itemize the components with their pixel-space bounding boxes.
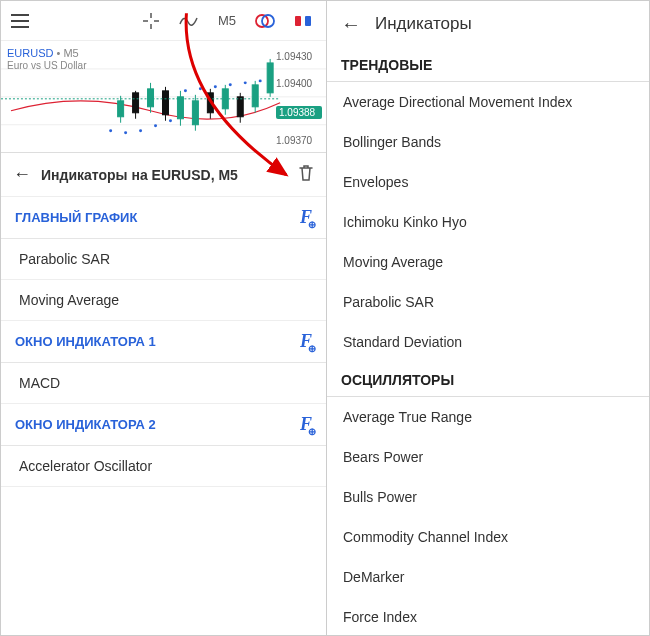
indicator-item[interactable]: Parabolic SAR [1, 239, 326, 280]
svg-point-12 [124, 131, 127, 134]
svg-rect-41 [252, 85, 258, 107]
svg-point-20 [244, 81, 247, 84]
svg-point-11 [109, 129, 112, 132]
indicator-list-header: ← Индикаторы [327, 1, 649, 47]
timeframe-button[interactable]: M5 [210, 4, 244, 38]
price-scale: 1.09430 1.09400 1.09388 1.09370 [276, 51, 322, 146]
add-indicator-icon[interactable]: f⊕ [300, 414, 312, 435]
indicator-section-header: ОКНО ИНДИКАТОРА 1f⊕ [1, 321, 326, 363]
left-panel: M5 [1, 1, 327, 635]
indicator-option[interactable]: Average Directional Movement Index [327, 82, 649, 122]
trash-icon[interactable] [298, 164, 314, 185]
indicator-list-title: Индикаторы [375, 14, 472, 34]
price-tick: 1.09430 [276, 51, 322, 62]
right-panel: ← Индикаторы ТРЕНДОВЫЕAverage Directiona… [327, 1, 649, 635]
svg-point-18 [214, 85, 217, 88]
add-indicator-icon[interactable]: f⊕ [300, 207, 312, 228]
indicator-item[interactable]: Accelerator Oscillator [1, 446, 326, 487]
indicator-item[interactable]: Moving Average [1, 280, 326, 321]
svg-point-16 [184, 89, 187, 92]
indicator-option[interactable]: Standard Deviation [327, 322, 649, 362]
add-indicator-icon[interactable]: f⊕ [300, 331, 312, 352]
menu-icon[interactable] [11, 14, 29, 28]
category-header: ТРЕНДОВЫЕ [327, 47, 649, 82]
svg-point-19 [229, 83, 232, 86]
svg-rect-35 [207, 93, 213, 113]
back-icon[interactable]: ← [341, 13, 361, 36]
indicator-option[interactable]: Average True Range [327, 397, 649, 437]
indicator-option[interactable]: Commodity Channel Index [327, 517, 649, 557]
svg-rect-25 [133, 93, 139, 113]
indicators-header: ← Индикаторы на EURUSD, M5 [1, 153, 326, 197]
indicator-item[interactable]: MACD [1, 363, 326, 404]
svg-rect-7 [305, 16, 311, 26]
symbol-tf: • M5 [57, 47, 79, 59]
indicator-section-header: ОКНО ИНДИКАТОРА 2f⊕ [1, 404, 326, 446]
trade-icon[interactable] [286, 4, 320, 38]
indicator-option[interactable]: Envelopes [327, 162, 649, 202]
circles-icon[interactable] [248, 4, 282, 38]
indicator-option[interactable]: Bears Power [327, 437, 649, 477]
crosshair-icon[interactable] [134, 4, 168, 38]
indicators-title: Индикаторы на EURUSD, M5 [41, 167, 238, 183]
indicator-option[interactable]: Parabolic SAR [327, 282, 649, 322]
svg-rect-6 [295, 16, 301, 26]
svg-point-17 [199, 87, 202, 90]
chart-area[interactable]: EURUSD • M5 Euro vs US Dollar 1.09430 1.… [1, 41, 326, 153]
svg-point-21 [259, 79, 262, 82]
symbol-label: EURUSD • M5 Euro vs US Dollar [7, 47, 86, 72]
svg-rect-33 [192, 101, 198, 125]
indicator-option[interactable]: Bulls Power [327, 477, 649, 517]
current-price: 1.09388 [276, 106, 322, 119]
back-icon[interactable]: ← [13, 164, 31, 185]
indicators-icon[interactable] [172, 4, 206, 38]
section-title: ОКНО ИНДИКАТОРА 2 [15, 417, 156, 432]
indicator-option[interactable]: Force Index [327, 597, 649, 635]
svg-rect-29 [162, 91, 168, 115]
indicator-option[interactable]: Bollinger Bands [327, 122, 649, 162]
svg-rect-23 [118, 101, 124, 117]
symbol-code: EURUSD [7, 47, 53, 59]
category-header: ОСЦИЛЛЯТОРЫ [327, 362, 649, 397]
symbol-desc: Euro vs US Dollar [7, 60, 86, 72]
chart-toolbar: M5 [1, 1, 326, 41]
svg-rect-27 [148, 89, 154, 107]
price-tick: 1.09370 [276, 135, 322, 146]
section-title: ГЛАВНЫЙ ГРАФИК [15, 210, 137, 225]
price-tick: 1.09400 [276, 78, 322, 89]
indicator-option[interactable]: Ichimoku Kinko Hyo [327, 202, 649, 242]
section-title: ОКНО ИНДИКАТОРА 1 [15, 334, 156, 349]
svg-rect-43 [267, 63, 273, 93]
indicator-option[interactable]: DeMarker [327, 557, 649, 597]
svg-rect-31 [177, 97, 183, 119]
indicator-section-header: ГЛАВНЫЙ ГРАФИКf⊕ [1, 197, 326, 239]
svg-point-15 [169, 119, 172, 122]
svg-rect-39 [237, 97, 243, 117]
svg-point-13 [139, 129, 142, 132]
svg-point-14 [154, 124, 157, 127]
indicator-option[interactable]: Moving Average [327, 242, 649, 282]
